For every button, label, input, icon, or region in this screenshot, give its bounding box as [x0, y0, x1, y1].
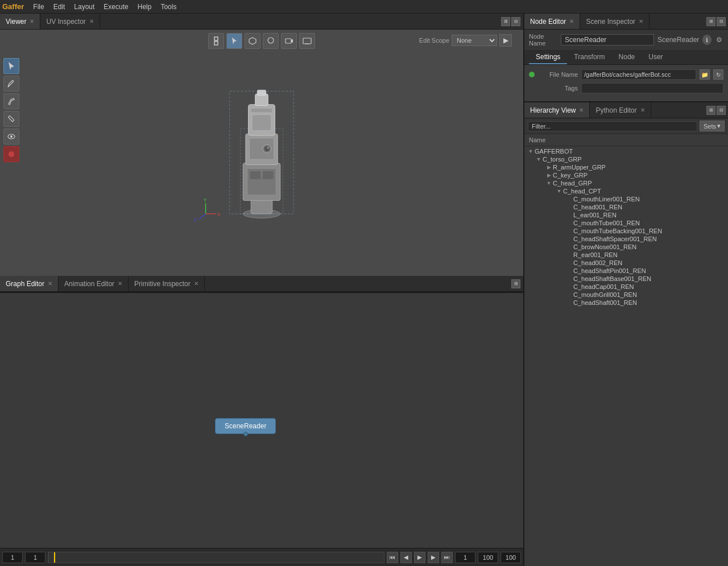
timeline-goto-end[interactable]: ⏭ — [441, 552, 453, 563]
hv-layout-btn[interactable]: ⊞ — [706, 106, 715, 115]
list-item[interactable]: C_mouthTube001_REN — [524, 219, 728, 227]
graph-node-scene-reader[interactable]: SceneReader — [215, 418, 276, 434]
tab-uv-close[interactable]: ✕ — [89, 18, 94, 24]
menu-layout[interactable]: Layout — [69, 2, 99, 12]
list-item[interactable]: C_mouthGrill001_REN — [524, 291, 728, 299]
tool-pencil[interactable] — [3, 111, 19, 127]
tags-input[interactable] — [581, 83, 723, 93]
nst-transform[interactable]: Transform — [567, 51, 611, 64]
list-item[interactable]: C_headShaftBase001_REN — [524, 275, 728, 283]
tab-graph-editor[interactable]: Graph Editor ✕ — [0, 276, 59, 291]
app-brand[interactable]: Gaffer — [2, 2, 24, 11]
tab-scene-inspector[interactable]: Scene Inspector ✕ — [580, 14, 650, 29]
file-browse-btn[interactable]: 📁 — [700, 69, 710, 80]
node-info-btn[interactable]: ℹ — [702, 35, 711, 45]
tree-arrow-icon[interactable]: ▼ — [535, 156, 543, 162]
list-item[interactable]: C_browNose001_REN — [524, 243, 728, 251]
tab-primitive-close[interactable]: ✕ — [194, 280, 198, 287]
viewer-area[interactable]: Edit Scope None ▶ — [0, 30, 523, 276]
ne-pin-btn[interactable]: ⊟ — [717, 17, 726, 26]
tool-cursor[interactable] — [3, 58, 19, 74]
tool-select[interactable] — [226, 33, 242, 49]
tool-transform[interactable] — [208, 33, 224, 49]
list-item[interactable]: C_headShaftSpacer001_REN — [524, 235, 728, 243]
list-item[interactable]: C_headShaft001_REN — [524, 299, 728, 307]
menu-execute[interactable]: Execute — [99, 2, 133, 12]
file-refresh-btn[interactable]: ↻ — [713, 69, 723, 80]
tree-arrow-icon[interactable]: ▶ — [545, 172, 553, 178]
tree-arrow-icon[interactable]: ▶ — [545, 164, 553, 170]
tab-node-editor-close[interactable]: ✕ — [569, 18, 574, 24]
list-item[interactable]: ▼ GAFFERBOT — [524, 147, 728, 155]
tree-arrow-icon[interactable]: ▼ — [555, 188, 563, 194]
graph-editor-area[interactable]: SceneReader — [0, 292, 523, 548]
viewer-pin-btn[interactable]: ⊟ — [511, 17, 520, 26]
tab-scene-inspector-close[interactable]: ✕ — [639, 18, 643, 24]
file-name-input[interactable] — [581, 69, 696, 80]
tree-arrow-icon[interactable]: ▼ — [527, 148, 535, 154]
tool-box[interactable] — [245, 33, 260, 49]
list-item[interactable]: C_headCap001_REN — [524, 283, 728, 291]
tab-node-editor[interactable]: Node Editor ✕ — [524, 14, 580, 29]
timeline-end-start-field[interactable] — [478, 552, 498, 563]
nst-user[interactable]: User — [642, 51, 669, 64]
menu-tools[interactable]: Tools — [156, 2, 181, 12]
edit-scope-arrow-btn[interactable]: ▶ — [499, 34, 512, 47]
list-item[interactable]: C_head002_REN — [524, 259, 728, 267]
node-gear-btn[interactable]: ⚙ — [715, 35, 723, 45]
tab-hierarchy-close[interactable]: ✕ — [579, 107, 584, 113]
edit-scope-select[interactable]: None — [452, 35, 497, 46]
tab-python-editor[interactable]: Python Editor ✕ — [590, 102, 651, 118]
hierarchy-sets-btn[interactable]: Sets ▾ — [700, 121, 725, 131]
tool-danger[interactable] — [3, 146, 19, 162]
nst-node[interactable]: Node — [612, 51, 642, 64]
list-item[interactable]: C_head001_REN — [524, 203, 728, 211]
timeline-goto-start[interactable]: ⏮ — [387, 552, 398, 563]
timeline-start-field[interactable] — [2, 552, 23, 563]
hierarchy-filter-input[interactable] — [528, 121, 697, 131]
viewer-layout-btn[interactable]: ⊞ — [501, 17, 510, 26]
hv-pin-btn[interactable]: ⊟ — [717, 106, 726, 115]
tree-arrow-icon[interactable]: ▼ — [545, 180, 553, 186]
tool-camera[interactable] — [281, 33, 297, 49]
tab-animation-close[interactable]: ✕ — [118, 280, 122, 287]
tab-hierarchy-view[interactable]: Hierarchy View ✕ — [524, 102, 590, 118]
list-item[interactable]: ▶ R_armUpper_GRP — [524, 163, 728, 171]
list-item[interactable]: C_headShaftPin001_REN — [524, 267, 728, 275]
list-item[interactable]: ▶ C_key_GRP — [524, 171, 728, 179]
menu-edit[interactable]: Edit — [49, 2, 70, 12]
timeline-prev-frame[interactable]: ◀ — [400, 552, 412, 563]
list-item[interactable]: L_ear001_REN — [524, 211, 728, 219]
list-item[interactable]: R_ear001_REN — [524, 251, 728, 259]
graph-node-output-port[interactable] — [243, 432, 248, 436]
menu-help[interactable]: Help — [133, 2, 156, 12]
tool-erase[interactable] — [3, 93, 19, 109]
timeline-ruler[interactable] — [48, 552, 384, 563]
list-item[interactable]: ▼ C_torso_GRP — [524, 155, 728, 163]
ne-layout-btn[interactable]: ⊞ — [706, 17, 715, 26]
node-name-input[interactable] — [561, 34, 654, 46]
timeline-current-field[interactable] — [25, 552, 46, 563]
tool-visibility[interactable] — [3, 129, 19, 144]
timeline-end-end-field[interactable] — [500, 552, 521, 563]
list-item[interactable]: ▼ C_head_CPT — [524, 187, 728, 195]
list-item[interactable]: ▼ C_head_GRP — [524, 179, 728, 187]
list-item[interactable]: C_mouthLiner001_REN — [524, 195, 728, 203]
tab-uv-inspector[interactable]: UV Inspector ✕ — [40, 14, 100, 29]
hierarchy-tree[interactable]: ▼ GAFFERBOT ▼ C_torso_GRP ▶ R_armUpper_G… — [524, 146, 728, 566]
list-item[interactable]: C_mouthTubeBacking001_REN — [524, 227, 728, 235]
tab-viewer-close[interactable]: ✕ — [30, 18, 34, 24]
timeline-next-frame[interactable]: ▶ — [428, 552, 439, 563]
tab-primitive-inspector[interactable]: Primitive Inspector ✕ — [129, 276, 205, 291]
tab-graph-editor-close[interactable]: ✕ — [48, 280, 52, 287]
nst-settings[interactable]: Settings — [529, 51, 567, 64]
graph-layout-btn[interactable]: ⊞ — [511, 279, 520, 288]
menu-file[interactable]: File — [28, 2, 48, 12]
tab-viewer[interactable]: Viewer ✕ — [0, 14, 40, 29]
tab-animation-editor[interactable]: Animation Editor ✕ — [59, 276, 129, 291]
timeline-play[interactable]: ▶ — [414, 552, 425, 563]
tool-screen[interactable] — [299, 33, 315, 49]
timeline-frame-field[interactable] — [455, 552, 475, 563]
tab-python-close[interactable]: ✕ — [640, 107, 645, 113]
tool-paint[interactable] — [3, 76, 19, 92]
